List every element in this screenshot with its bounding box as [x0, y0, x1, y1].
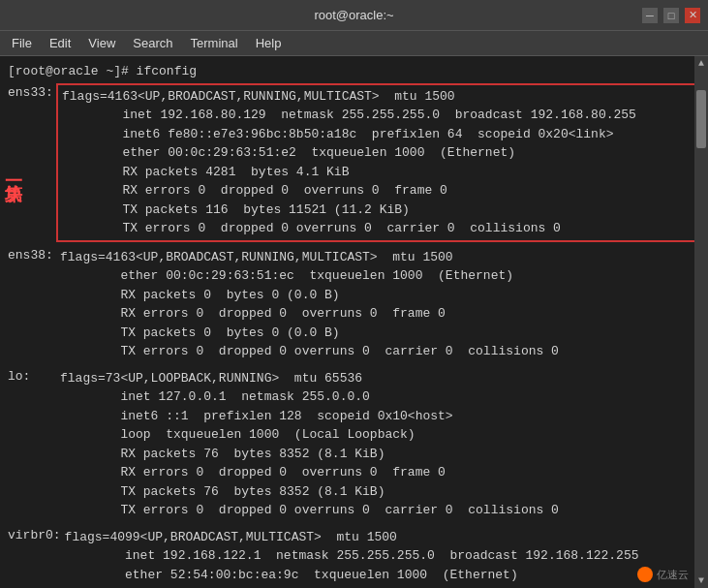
iface-line: RX errors 0 dropped 0 overruns 0 frame 0	[60, 304, 696, 324]
iface-line: inet 192.168.122.1 netmask 255.255.255.0…	[65, 546, 696, 566]
iface-line: TX errors 0 dropped 0 overruns 0 carrier…	[62, 219, 694, 238]
watermark-logo	[637, 567, 653, 582]
iface-details-ens38: flags=4163<UP,BROADCAST,RUNNING,MULTICAS…	[56, 246, 700, 363]
iface-line: inet 192.168.80.129 netmask 255.255.255.…	[62, 106, 694, 125]
iface-name-ens38: ens38:	[8, 246, 56, 363]
interface-virbr0: virbr0: flags=4099<UP,BROADCAST,MULTICAS…	[8, 526, 700, 587]
scroll-down-arrow[interactable]: ▼	[694, 573, 708, 588]
interface-ens38: ens38: flags=4163<UP,BROADCAST,RUNNING,M…	[8, 246, 700, 363]
menu-terminal[interactable]: Terminal	[183, 34, 246, 52]
interface-ens33: ens33: flags=4163<UP,BROADCAST,RUNNING,M…	[8, 83, 700, 242]
scroll-thumb[interactable]	[696, 90, 706, 148]
menu-edit[interactable]: Edit	[42, 34, 78, 52]
iface-name-virbr0: virbr0:	[8, 526, 61, 587]
iface-line: ether 00:0c:29:63:51:e2 txqueuelen 1000 …	[62, 143, 694, 163]
interface-lo: lo: flags=73<UP,LOOPBACK,RUNNING> mtu 65…	[8, 367, 700, 522]
iface-line: flags=4099<UP,BROADCAST,MULTICAST> mtu 1…	[65, 528, 696, 547]
iface-line: flags=73<UP,LOOPBACK,RUNNING> mtu 65536	[60, 369, 696, 388]
iface-details-lo: flags=73<UP,LOOPBACK,RUNNING> mtu 65536 …	[56, 367, 700, 522]
scrollbar[interactable]: ▲ ▼	[694, 56, 708, 588]
iface-line: RX packets 4281 bytes 4.1 KiB	[62, 163, 694, 182]
iface-details-virbr0: flags=4099<UP,BROADCAST,MULTICAST> mtu 1…	[61, 526, 700, 587]
iface-line: ether 00:0c:29:63:51:ec txqueuelen 1000 …	[60, 266, 696, 286]
iface-line: RX errors 0 dropped 0 overruns 0 frame 0	[62, 181, 694, 201]
iface-line: RX packets 0 bytes 0 (0.0 B)	[60, 286, 696, 305]
minimize-button[interactable]: ─	[642, 8, 658, 23]
menu-search[interactable]: Search	[125, 34, 180, 52]
iface-line: TX packets 116 bytes 11521 (11.2 KiB)	[62, 201, 694, 220]
iface-line: TX packets 0 bytes 0 (0.0 B)	[60, 324, 696, 343]
maximize-button[interactable]: □	[663, 8, 679, 23]
iface-name-lo: lo:	[8, 367, 56, 522]
window-controls: ─ □ ✕	[642, 8, 700, 23]
iface-line: flags=4163<UP,BROADCAST,RUNNING,MULTICAS…	[60, 248, 696, 267]
close-button[interactable]: ✕	[685, 8, 700, 23]
scroll-up-arrow[interactable]: ▲	[694, 56, 708, 71]
iface-line: inet6 fe80::e7e3:96bc:8b50:a18c prefixle…	[62, 125, 694, 144]
iface-line: inet 127.0.0.1 netmask 255.0.0.0	[60, 387, 696, 407]
iface-line: RX errors 0 dropped 0 overruns 0 frame 0	[60, 463, 696, 482]
prompt-line: [root@oracle ~]# ifconfig	[8, 62, 700, 81]
iface-line: inet6 ::1 prefixlen 128 scopeid 0x10<hos…	[60, 407, 696, 426]
menu-file[interactable]: File	[4, 34, 40, 52]
menu-help[interactable]: Help	[248, 34, 290, 52]
terminal-window[interactable]: [root@oracle ~]# ifconfig 第一块 ens33: fla…	[0, 56, 708, 588]
menu-bar: File Edit View Search Terminal Help	[0, 31, 708, 56]
title-bar: root@oracle:~ ─ □ ✕	[0, 0, 708, 31]
iface-line: loop txqueuelen 1000 (Local Loopback)	[60, 425, 696, 445]
iface-line: TX errors 0 dropped 0 overruns 0 carrier…	[60, 342, 696, 361]
watermark: 亿速云	[637, 567, 689, 583]
terminal-content: [root@oracle ~]# ifconfig 第一块 ens33: fla…	[0, 56, 708, 588]
iface-name-ens33: ens33:	[8, 83, 56, 242]
menu-view[interactable]: View	[80, 34, 123, 52]
iface-line: flags=4163<UP,BROADCAST,RUNNING,MULTICAS…	[62, 87, 694, 107]
iface-line: TX errors 0 dropped 0 overruns 0 carrier…	[60, 501, 696, 520]
iface-line: RX packets 76 bytes 8352 (8.1 KiB)	[60, 445, 696, 464]
iface-details-ens33: flags=4163<UP,BROADCAST,RUNNING,MULTICAS…	[56, 83, 700, 242]
iface-line: TX packets 76 bytes 8352 (8.1 KiB)	[60, 482, 696, 502]
watermark-text: 亿速云	[657, 567, 689, 583]
iface-line: ether 52:54:00:bc:ea:9c txqueuelen 1000 …	[65, 566, 696, 585]
window-title: root@oracle:~	[66, 8, 642, 22]
